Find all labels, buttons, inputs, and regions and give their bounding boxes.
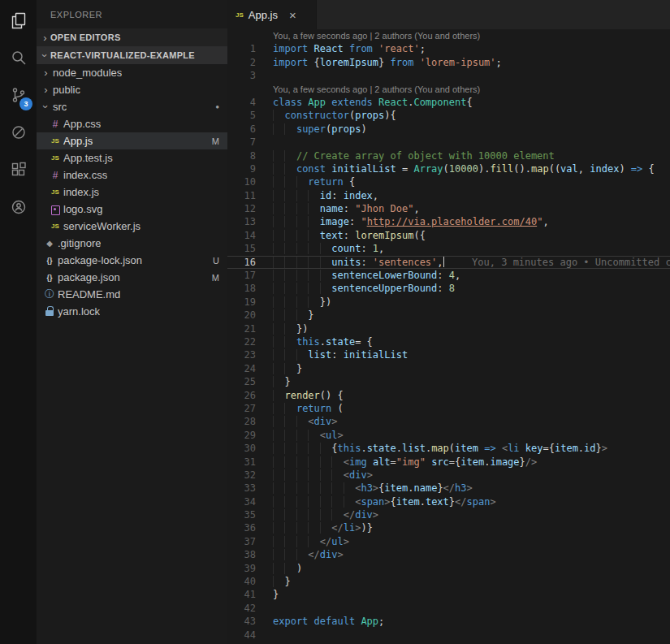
- line-number[interactable]: 38: [227, 548, 273, 561]
- line-number[interactable]: 17: [227, 269, 273, 282]
- line-number[interactable]: 42: [227, 602, 273, 615]
- codelens-row[interactable]: You, a few seconds ago | 2 authors (You …: [227, 29, 670, 42]
- code-line-23[interactable]: 23 list: initialList: [227, 348, 670, 361]
- tree-item-package-lock.json[interactable]: {}package-lock.jsonU: [37, 252, 227, 269]
- line-number[interactable]: 5: [227, 109, 273, 122]
- project-header[interactable]: › REACT-VIRTUALIZED-EXAMPLE: [37, 46, 227, 64]
- line-number[interactable]: 19: [227, 296, 273, 309]
- line-number[interactable]: 12: [227, 202, 273, 215]
- code-line-22[interactable]: 22 this.state= {: [227, 335, 670, 348]
- code-line-13[interactable]: 13 image: "http://via.placeholder.com/40…: [227, 215, 670, 228]
- line-number[interactable]: 15: [227, 242, 273, 255]
- line-number[interactable]: 33: [227, 482, 273, 495]
- code-line-26[interactable]: 26 render() {: [227, 389, 670, 402]
- code-line-35[interactable]: 35 </div>: [227, 508, 670, 521]
- tree-item-.gitignore[interactable]: ◆.gitignore: [37, 235, 227, 252]
- line-number[interactable]: 16: [227, 256, 273, 269]
- line-number[interactable]: 14: [227, 229, 273, 242]
- code-line-6[interactable]: 6 super(props): [227, 123, 670, 136]
- code-line-2[interactable]: 2import {loremIpsum} from 'lorem-ipsum';: [227, 56, 670, 69]
- explorer-icon[interactable]: [0, 2, 37, 39]
- search-icon[interactable]: [0, 39, 37, 76]
- code-line-18[interactable]: 18 sentenceUpperBound: 8: [227, 282, 670, 295]
- open-editors-header[interactable]: › OPEN EDITORS: [37, 28, 227, 46]
- code-line-25[interactable]: 25 }: [227, 375, 670, 388]
- line-number[interactable]: 1: [227, 42, 273, 55]
- tree-item-index.js[interactable]: JSindex.js: [37, 184, 227, 201]
- code-line-16[interactable]: 16 units: 'sentences',You, 3 minutes ago…: [227, 256, 670, 269]
- tree-item-App.js[interactable]: JSApp.jsM: [37, 132, 227, 149]
- line-number[interactable]: 3: [227, 69, 273, 82]
- line-number[interactable]: [227, 83, 273, 96]
- codelens-annotation[interactable]: You, a few seconds ago | 2 authors (You …: [273, 83, 670, 96]
- line-number[interactable]: 31: [227, 456, 273, 469]
- code-line-4[interactable]: 4class App extends React.Component{: [227, 96, 670, 109]
- line-number[interactable]: 37: [227, 535, 273, 548]
- code-editor[interactable]: You, a few seconds ago | 2 authors (You …: [227, 29, 670, 644]
- line-number[interactable]: 36: [227, 521, 273, 534]
- account-icon[interactable]: [0, 188, 37, 226]
- line-number[interactable]: 11: [227, 189, 273, 202]
- tree-item-README.md[interactable]: ⓘREADME.md: [37, 286, 227, 303]
- code-line-29[interactable]: 29 <ul>: [227, 429, 670, 442]
- line-number[interactable]: 29: [227, 429, 273, 442]
- tree-item-node_modules[interactable]: ›node_modules: [37, 64, 227, 81]
- line-number[interactable]: 9: [227, 162, 273, 175]
- tree-item-logo.svg[interactable]: logo.svg: [37, 201, 227, 218]
- code-line-5[interactable]: 5 constructor(props){: [227, 109, 670, 122]
- code-line-7[interactable]: 7: [227, 136, 670, 149]
- code-line-20[interactable]: 20 }: [227, 309, 670, 322]
- line-number[interactable]: 30: [227, 442, 273, 455]
- code-line-15[interactable]: 15 count: 1,: [227, 242, 670, 255]
- line-number[interactable]: 27: [227, 402, 273, 415]
- line-number[interactable]: 25: [227, 375, 273, 388]
- line-number[interactable]: 6: [227, 123, 273, 136]
- code-line-11[interactable]: 11 id: index,: [227, 189, 670, 202]
- extensions-icon[interactable]: [0, 151, 37, 188]
- code-line-24[interactable]: 24 }: [227, 362, 670, 375]
- tab-app-js[interactable]: JS App.js ×: [227, 0, 317, 29]
- code-line-1[interactable]: 1import React from 'react';: [227, 42, 670, 55]
- tree-item-App.css[interactable]: #App.css: [37, 115, 227, 132]
- close-icon[interactable]: ×: [289, 9, 296, 21]
- tree-item-serviceWorker.js[interactable]: JSserviceWorker.js: [37, 218, 227, 235]
- code-line-31[interactable]: 31 <img alt="img" src={item.image}/>: [227, 456, 670, 469]
- line-number[interactable]: 22: [227, 335, 273, 348]
- code-line-17[interactable]: 17 sentenceLowerBound: 4,: [227, 269, 670, 282]
- line-number[interactable]: 13: [227, 215, 273, 228]
- code-line-36[interactable]: 36 </li>)}: [227, 521, 670, 534]
- line-number[interactable]: 41: [227, 588, 273, 601]
- tree-item-public[interactable]: ›public: [37, 81, 227, 98]
- line-number[interactable]: [227, 29, 273, 42]
- line-number[interactable]: 39: [227, 562, 273, 575]
- code-line-30[interactable]: 30 {this.state.list.map(item => <li key=…: [227, 442, 670, 455]
- line-number[interactable]: 8: [227, 149, 273, 162]
- code-line-27[interactable]: 27 return (: [227, 402, 670, 415]
- tree-item-index.css[interactable]: #index.css: [37, 166, 227, 184]
- line-number[interactable]: 28: [227, 415, 273, 428]
- line-number[interactable]: 21: [227, 322, 273, 335]
- code-line-9[interactable]: 9 const initialList = Array(10000).fill(…: [227, 162, 670, 175]
- line-number[interactable]: 10: [227, 175, 273, 188]
- tree-item-src[interactable]: ›src●: [37, 98, 227, 115]
- code-line-42[interactable]: 42: [227, 602, 670, 615]
- line-number[interactable]: 44: [227, 629, 273, 642]
- codelens-annotation[interactable]: You, a few seconds ago | 2 authors (You …: [273, 29, 670, 42]
- code-line-40[interactable]: 40 }: [227, 575, 670, 588]
- line-number[interactable]: 40: [227, 575, 273, 588]
- code-line-41[interactable]: 41}: [227, 588, 670, 601]
- code-line-21[interactable]: 21 }): [227, 322, 670, 335]
- code-line-44[interactable]: 44: [227, 629, 670, 642]
- line-number[interactable]: 34: [227, 495, 273, 508]
- code-line-3[interactable]: 3: [227, 69, 670, 82]
- code-line-12[interactable]: 12 name: "Jhon Doe",: [227, 202, 670, 215]
- line-number[interactable]: 35: [227, 508, 273, 521]
- code-line-33[interactable]: 33 <h3>{item.name}</h3>: [227, 482, 670, 495]
- line-number[interactable]: 24: [227, 362, 273, 375]
- code-line-28[interactable]: 28 <div>: [227, 415, 670, 428]
- line-number[interactable]: 7: [227, 136, 273, 149]
- tree-item-yarn.lock[interactable]: yarn.lock: [37, 303, 227, 320]
- line-number[interactable]: 20: [227, 309, 273, 322]
- line-number[interactable]: 18: [227, 282, 273, 295]
- line-number[interactable]: 4: [227, 96, 273, 109]
